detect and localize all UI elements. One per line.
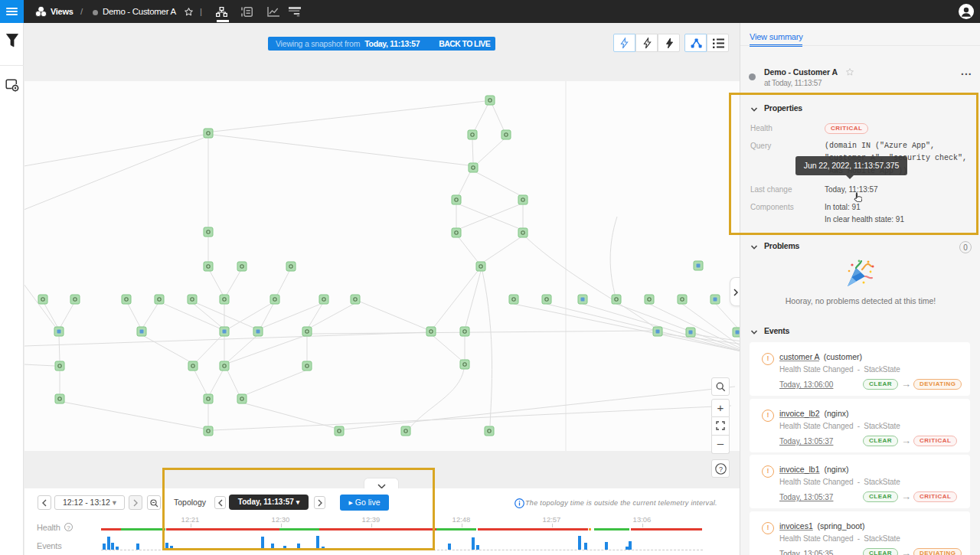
svg-text:?: ? [718, 465, 722, 473]
